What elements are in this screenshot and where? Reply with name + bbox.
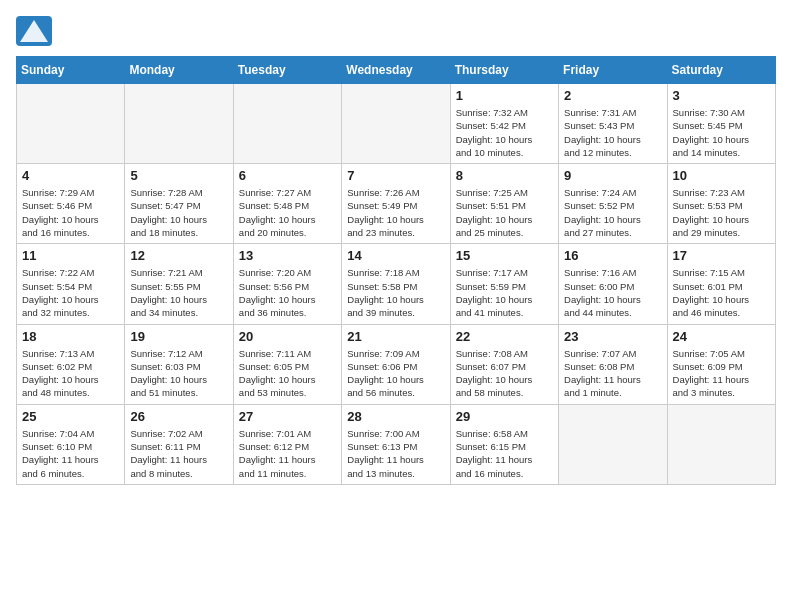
calendar-header-row: SundayMondayTuesdayWednesdayThursdayFrid… [17,57,776,84]
day-info: Sunrise: 7:20 AM Sunset: 5:56 PM Dayligh… [239,266,336,319]
day-number: 9 [564,168,661,183]
day-info: Sunrise: 7:16 AM Sunset: 6:00 PM Dayligh… [564,266,661,319]
logo [16,16,56,46]
day-info: Sunrise: 7:24 AM Sunset: 5:52 PM Dayligh… [564,186,661,239]
calendar-day-header: Friday [559,57,667,84]
calendar-cell: 6Sunrise: 7:27 AM Sunset: 5:48 PM Daylig… [233,164,341,244]
calendar-cell: 11Sunrise: 7:22 AM Sunset: 5:54 PM Dayli… [17,244,125,324]
calendar-cell [559,404,667,484]
calendar-cell: 19Sunrise: 7:12 AM Sunset: 6:03 PM Dayli… [125,324,233,404]
calendar-cell: 15Sunrise: 7:17 AM Sunset: 5:59 PM Dayli… [450,244,558,324]
calendar-cell: 2Sunrise: 7:31 AM Sunset: 5:43 PM Daylig… [559,84,667,164]
day-number: 11 [22,248,119,263]
calendar-cell: 20Sunrise: 7:11 AM Sunset: 6:05 PM Dayli… [233,324,341,404]
calendar-cell: 21Sunrise: 7:09 AM Sunset: 6:06 PM Dayli… [342,324,450,404]
day-info: Sunrise: 7:02 AM Sunset: 6:11 PM Dayligh… [130,427,227,480]
day-number: 7 [347,168,444,183]
day-info: Sunrise: 7:26 AM Sunset: 5:49 PM Dayligh… [347,186,444,239]
calendar-week-row: 4Sunrise: 7:29 AM Sunset: 5:46 PM Daylig… [17,164,776,244]
day-info: Sunrise: 7:12 AM Sunset: 6:03 PM Dayligh… [130,347,227,400]
calendar-week-row: 18Sunrise: 7:13 AM Sunset: 6:02 PM Dayli… [17,324,776,404]
calendar-cell: 17Sunrise: 7:15 AM Sunset: 6:01 PM Dayli… [667,244,775,324]
day-number: 27 [239,409,336,424]
calendar-cell: 12Sunrise: 7:21 AM Sunset: 5:55 PM Dayli… [125,244,233,324]
day-number: 3 [673,88,770,103]
calendar-cell: 25Sunrise: 7:04 AM Sunset: 6:10 PM Dayli… [17,404,125,484]
calendar-cell: 16Sunrise: 7:16 AM Sunset: 6:00 PM Dayli… [559,244,667,324]
day-number: 18 [22,329,119,344]
calendar-day-header: Monday [125,57,233,84]
day-info: Sunrise: 7:01 AM Sunset: 6:12 PM Dayligh… [239,427,336,480]
day-number: 8 [456,168,553,183]
day-number: 26 [130,409,227,424]
day-number: 25 [22,409,119,424]
calendar-cell [125,84,233,164]
day-number: 19 [130,329,227,344]
calendar-week-row: 25Sunrise: 7:04 AM Sunset: 6:10 PM Dayli… [17,404,776,484]
day-number: 21 [347,329,444,344]
day-number: 16 [564,248,661,263]
day-info: Sunrise: 7:25 AM Sunset: 5:51 PM Dayligh… [456,186,553,239]
calendar-body: 1Sunrise: 7:32 AM Sunset: 5:42 PM Daylig… [17,84,776,485]
day-info: Sunrise: 7:13 AM Sunset: 6:02 PM Dayligh… [22,347,119,400]
calendar-cell: 9Sunrise: 7:24 AM Sunset: 5:52 PM Daylig… [559,164,667,244]
day-info: Sunrise: 7:15 AM Sunset: 6:01 PM Dayligh… [673,266,770,319]
day-info: Sunrise: 7:08 AM Sunset: 6:07 PM Dayligh… [456,347,553,400]
calendar-cell [17,84,125,164]
calendar-cell: 10Sunrise: 7:23 AM Sunset: 5:53 PM Dayli… [667,164,775,244]
day-info: Sunrise: 7:00 AM Sunset: 6:13 PM Dayligh… [347,427,444,480]
calendar-day-header: Tuesday [233,57,341,84]
day-number: 2 [564,88,661,103]
day-info: Sunrise: 7:18 AM Sunset: 5:58 PM Dayligh… [347,266,444,319]
calendar-cell [667,404,775,484]
day-info: Sunrise: 7:11 AM Sunset: 6:05 PM Dayligh… [239,347,336,400]
day-number: 14 [347,248,444,263]
day-info: Sunrise: 7:05 AM Sunset: 6:09 PM Dayligh… [673,347,770,400]
day-number: 23 [564,329,661,344]
day-info: Sunrise: 7:07 AM Sunset: 6:08 PM Dayligh… [564,347,661,400]
calendar-cell: 26Sunrise: 7:02 AM Sunset: 6:11 PM Dayli… [125,404,233,484]
day-info: Sunrise: 7:23 AM Sunset: 5:53 PM Dayligh… [673,186,770,239]
day-number: 6 [239,168,336,183]
calendar-cell: 14Sunrise: 7:18 AM Sunset: 5:58 PM Dayli… [342,244,450,324]
calendar-cell: 7Sunrise: 7:26 AM Sunset: 5:49 PM Daylig… [342,164,450,244]
calendar-week-row: 11Sunrise: 7:22 AM Sunset: 5:54 PM Dayli… [17,244,776,324]
day-info: Sunrise: 7:31 AM Sunset: 5:43 PM Dayligh… [564,106,661,159]
day-info: Sunrise: 7:04 AM Sunset: 6:10 PM Dayligh… [22,427,119,480]
calendar-cell: 24Sunrise: 7:05 AM Sunset: 6:09 PM Dayli… [667,324,775,404]
calendar-cell: 4Sunrise: 7:29 AM Sunset: 5:46 PM Daylig… [17,164,125,244]
calendar-cell: 1Sunrise: 7:32 AM Sunset: 5:42 PM Daylig… [450,84,558,164]
calendar-cell: 27Sunrise: 7:01 AM Sunset: 6:12 PM Dayli… [233,404,341,484]
day-info: Sunrise: 7:28 AM Sunset: 5:47 PM Dayligh… [130,186,227,239]
calendar-day-header: Saturday [667,57,775,84]
calendar-cell: 23Sunrise: 7:07 AM Sunset: 6:08 PM Dayli… [559,324,667,404]
calendar-cell: 29Sunrise: 6:58 AM Sunset: 6:15 PM Dayli… [450,404,558,484]
day-number: 20 [239,329,336,344]
calendar-cell: 3Sunrise: 7:30 AM Sunset: 5:45 PM Daylig… [667,84,775,164]
day-number: 10 [673,168,770,183]
day-info: Sunrise: 7:09 AM Sunset: 6:06 PM Dayligh… [347,347,444,400]
day-number: 17 [673,248,770,263]
calendar-cell: 13Sunrise: 7:20 AM Sunset: 5:56 PM Dayli… [233,244,341,324]
day-number: 4 [22,168,119,183]
calendar-table: SundayMondayTuesdayWednesdayThursdayFrid… [16,56,776,485]
calendar-week-row: 1Sunrise: 7:32 AM Sunset: 5:42 PM Daylig… [17,84,776,164]
calendar-cell [342,84,450,164]
day-info: Sunrise: 7:17 AM Sunset: 5:59 PM Dayligh… [456,266,553,319]
calendar-cell: 22Sunrise: 7:08 AM Sunset: 6:07 PM Dayli… [450,324,558,404]
calendar-cell: 28Sunrise: 7:00 AM Sunset: 6:13 PM Dayli… [342,404,450,484]
day-info: Sunrise: 7:30 AM Sunset: 5:45 PM Dayligh… [673,106,770,159]
logo-icon [16,16,52,46]
day-info: Sunrise: 7:32 AM Sunset: 5:42 PM Dayligh… [456,106,553,159]
day-info: Sunrise: 6:58 AM Sunset: 6:15 PM Dayligh… [456,427,553,480]
calendar-day-header: Thursday [450,57,558,84]
day-number: 13 [239,248,336,263]
calendar-day-header: Wednesday [342,57,450,84]
calendar-cell: 5Sunrise: 7:28 AM Sunset: 5:47 PM Daylig… [125,164,233,244]
day-number: 29 [456,409,553,424]
day-info: Sunrise: 7:27 AM Sunset: 5:48 PM Dayligh… [239,186,336,239]
day-number: 1 [456,88,553,103]
day-number: 22 [456,329,553,344]
day-number: 28 [347,409,444,424]
day-number: 24 [673,329,770,344]
